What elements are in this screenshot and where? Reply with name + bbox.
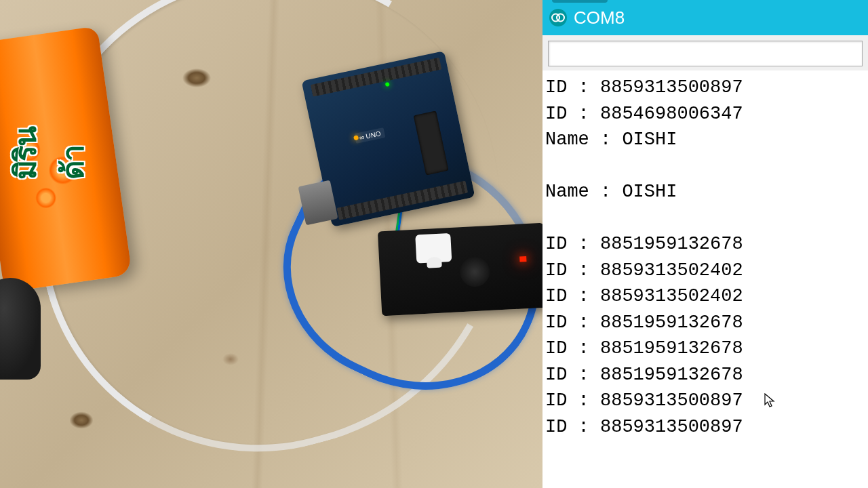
atmega-chip xyxy=(413,110,448,175)
title-bar[interactable]: COM8 xyxy=(542,0,868,35)
serial-send-input[interactable] xyxy=(548,41,863,66)
soda-can-label: มิรินด้า xyxy=(1,115,96,179)
dark-bottle xyxy=(0,278,41,380)
window-title: COM8 xyxy=(574,7,625,28)
serial-send-row xyxy=(542,35,868,70)
serial-monitor-window: COM8 ID : 8859313500897 ID : 88546980063… xyxy=(542,0,868,488)
workbench-photo: มิรินด้า ∞ UNO xyxy=(0,0,542,488)
serial-output[interactable]: ID : 8859313500897 ID : 8854698006347 Na… xyxy=(542,70,868,488)
scanner-buzzer xyxy=(459,256,490,287)
barcode-scanner-module xyxy=(378,223,542,317)
title-bar-tab-accent xyxy=(552,0,608,3)
arduino-logo-icon xyxy=(549,9,567,26)
scanner-led-icon xyxy=(519,256,526,262)
power-led-icon xyxy=(385,82,390,87)
scanner-lens xyxy=(415,233,452,264)
arduino-board-label: ∞ UNO xyxy=(355,127,386,144)
